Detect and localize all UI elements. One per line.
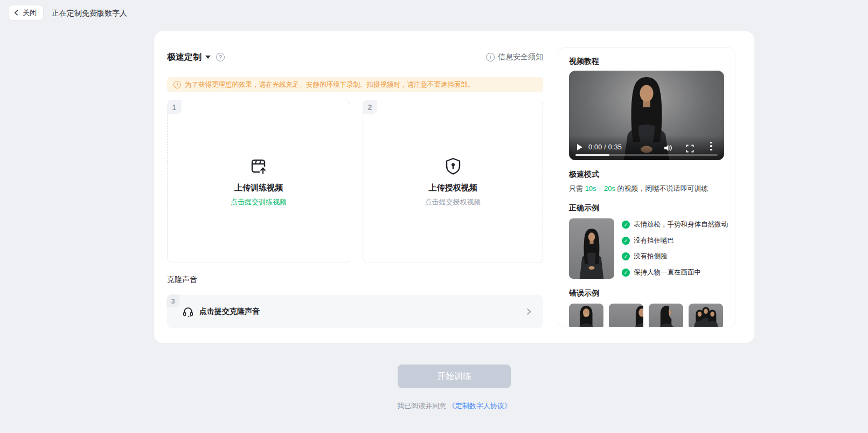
warning-banner: ! 为了获得更理想的效果，请在光线充足、安静的环境下录制。拍摄视频时，请注意不要… xyxy=(167,77,543,92)
warning-text: 为了获得更理想的效果，请在光线充足、安静的环境下录制。拍摄视频时，请注意不要遮挡… xyxy=(185,80,475,90)
correct-example-image xyxy=(569,218,614,279)
upload-training-video-dropzone[interactable]: 1 上传训练视频 点击提交训练视频 xyxy=(167,100,350,263)
video-upload-icon xyxy=(248,156,269,176)
upload-authorization-title: 上传授权视频 xyxy=(429,183,477,193)
check-item-label: 保持人物一直在画面中 xyxy=(634,268,701,277)
chevron-left-icon xyxy=(13,10,19,16)
page-title: 正在定制免费版数字人 xyxy=(52,9,127,18)
tutorial-title: 视频教程 xyxy=(569,57,724,66)
fast-mode-description: 只需 10s – 20s 的视频，闭嘴不说话即可训练 xyxy=(569,184,724,194)
volume-icon[interactable] xyxy=(663,143,672,153)
upload-training-title: 上传训练视频 xyxy=(234,183,283,193)
warning-info-icon: ! xyxy=(173,81,181,88)
security-notice-label: 信息安全须知 xyxy=(498,52,543,62)
check-item-label: 没有挡住嘴巴 xyxy=(634,236,674,245)
correct-example-list: ✓ 表情放松，手势和身体自然微动 ✓ 没有挡住嘴巴 ✓ 没有拍侧脸 ✓ 保持人物… xyxy=(622,218,728,279)
headset-icon xyxy=(182,306,194,318)
wrong-example-heading: 错误示例 xyxy=(569,288,724,298)
list-item: ✓ 表情放松，手势和身体自然微动 xyxy=(622,220,728,229)
fullscreen-icon[interactable] xyxy=(686,145,694,153)
check-icon: ✓ xyxy=(622,269,630,277)
wrong-example-side-profile-image xyxy=(649,304,683,327)
check-icon: ✓ xyxy=(622,237,630,245)
list-item: ✓ 没有挡住嘴巴 xyxy=(622,236,728,245)
upload-authorization-video-dropzone[interactable]: 2 上传授权视频 点击提交授权视频 xyxy=(363,100,543,263)
video-time: 0:00 / 0:35 xyxy=(588,143,622,151)
back-button-label: 关闭 xyxy=(23,8,37,18)
fast-mode-desc-highlight: 10s – 20s xyxy=(585,184,615,193)
correct-example-heading: 正确示例 xyxy=(569,203,724,213)
card-header: 极速定制 ? ! 信息安全须知 xyxy=(167,51,543,64)
mode-title: 极速定制 xyxy=(167,52,202,63)
wrong-example-out-of-frame-image xyxy=(609,304,643,327)
step-number-badge: 1 xyxy=(167,100,182,114)
security-notice-link[interactable]: ! 信息安全须知 xyxy=(486,52,543,62)
start-training-button[interactable]: 开始训练 xyxy=(398,365,511,388)
agreement-link[interactable]: 《定制数字人协议》 xyxy=(448,402,511,410)
back-close-button[interactable]: 关闭 xyxy=(9,5,43,20)
play-button[interactable] xyxy=(577,144,582,150)
check-icon: ✓ xyxy=(622,221,630,229)
video-controls-bar: 0:00 / 0:35 xyxy=(569,135,724,160)
wrong-example-cover-mouth-image xyxy=(569,304,603,327)
list-item: ✓ 没有拍侧脸 xyxy=(622,252,728,261)
list-item: ✓ 保持人物一直在画面中 xyxy=(622,268,728,277)
fast-mode-desc-prefix: 只需 xyxy=(569,184,585,193)
fast-mode-heading: 极速模式 xyxy=(569,170,724,180)
info-icon: ! xyxy=(486,53,495,61)
upload-authorization-subtitle: 点击提交授权视频 xyxy=(425,197,481,207)
correct-example-block: ✓ 表情放松，手势和身体自然微动 ✓ 没有挡住嘴巴 ✓ 没有拍侧脸 ✓ 保持人物… xyxy=(569,218,724,279)
clone-voice-section-label: 克隆声音 xyxy=(167,275,197,285)
chevron-down-icon xyxy=(205,56,211,59)
check-item-label: 没有拍侧脸 xyxy=(634,252,668,261)
fast-mode-desc-suffix: 的视频，闭嘴不说话即可训练 xyxy=(615,184,709,193)
agreement-prefix: 我已阅读并同意 xyxy=(397,402,446,410)
shield-keyhole-icon xyxy=(443,156,463,176)
main-card: 极速定制 ? ! 信息安全须知 ! 为了获得更理想的效果，请在光线充足、安静的环… xyxy=(154,31,754,343)
tutorial-panel: 视频教程 0:00 / 0:35 xyxy=(558,47,735,327)
wrong-example-multiple-people-image xyxy=(689,304,723,327)
upload-training-subtitle: 点击提交训练视频 xyxy=(231,197,287,207)
agreement-row: 我已阅读并同意 《定制数字人协议》 xyxy=(154,401,754,411)
more-options-icon[interactable] xyxy=(710,142,712,153)
check-icon: ✓ xyxy=(622,252,630,260)
presenter-portrait xyxy=(574,227,609,279)
mode-select-dropdown[interactable]: 极速定制 xyxy=(167,52,211,63)
video-progress-bar[interactable] xyxy=(575,154,718,156)
help-icon[interactable]: ? xyxy=(216,53,225,61)
clone-voice-label: 点击提交克隆声音 xyxy=(199,307,260,317)
wrong-example-thumbnails xyxy=(569,304,724,327)
step-number-badge: 2 xyxy=(363,100,377,114)
chevron-right-icon xyxy=(525,308,532,315)
check-item-label: 表情放松，手势和身体自然微动 xyxy=(634,220,728,229)
step-number-badge: 3 xyxy=(166,294,179,307)
tutorial-video-player[interactable]: 0:00 / 0:35 xyxy=(569,71,724,160)
clone-voice-row[interactable]: 3 点击提交克隆声音 xyxy=(167,295,543,328)
